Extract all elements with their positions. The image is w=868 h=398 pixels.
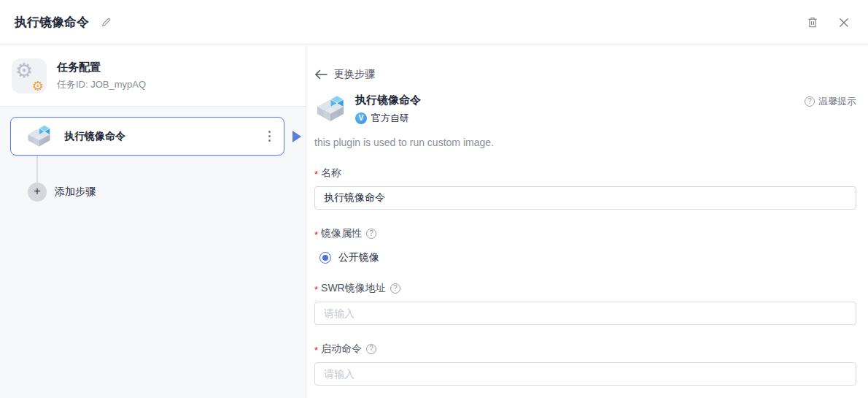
add-step-label: 添加步骤	[55, 185, 96, 199]
tips-label: 温馨提示	[818, 95, 856, 108]
plugin-description: this plugin is used to run custom image.	[314, 137, 856, 148]
required-mark: *	[314, 345, 318, 356]
help-icon[interactable]: ?	[390, 283, 400, 294]
help-icon: ?	[805, 96, 815, 107]
edit-title-icon[interactable]	[98, 15, 114, 30]
add-step-button[interactable]: + 添加步骤	[28, 183, 96, 202]
verified-badge-icon: V	[355, 112, 367, 124]
step-connector-line	[36, 156, 38, 183]
change-step-label: 更换步骤	[334, 68, 375, 81]
field-swr-address-label: * SWR镜像地址 ?	[314, 282, 856, 295]
task-id: 任务ID: JOB_mypAQ	[57, 78, 146, 91]
task-card-text: 任务配置 任务ID: JOB_mypAQ	[57, 61, 146, 91]
vendor-label: 官方自研	[371, 112, 409, 125]
pipeline-canvas: 执行镜像命令 + 添加步骤	[0, 107, 306, 398]
step-card[interactable]: 执行镜像命令	[10, 117, 284, 156]
step-pointer-icon[interactable]	[292, 131, 301, 142]
delete-icon[interactable]	[805, 15, 820, 30]
plugin-name: 执行镜像命令	[355, 93, 421, 107]
field-start-command: * 启动命令 ?	[314, 342, 856, 386]
name-input[interactable]	[314, 186, 856, 210]
gears-icon: ⚙ ⚙	[12, 58, 47, 93]
start-command-input[interactable]	[314, 362, 856, 386]
help-icon[interactable]: ?	[366, 344, 376, 354]
step-menu-icon[interactable]	[264, 126, 275, 146]
public-image-radio[interactable]: 公开镜像	[319, 251, 379, 264]
step-card-label: 执行镜像命令	[64, 130, 125, 143]
field-image-property-label: * 镜像属性 ?	[314, 227, 856, 240]
radio-icon[interactable]	[319, 252, 331, 264]
required-mark: *	[314, 169, 318, 180]
field-start-command-label: * 启动命令 ?	[314, 342, 856, 356]
gear-icon: ⚙	[15, 59, 33, 82]
main-area: ⚙ ⚙ 任务配置 任务ID: JOB_mypAQ	[0, 45, 868, 398]
header-actions	[805, 15, 850, 30]
tips-link[interactable]: ? 温馨提示	[805, 93, 856, 108]
task-editor-window: 执行镜像命令 ⚙	[0, 0, 868, 398]
change-step-button[interactable]: 更换步骤	[314, 68, 375, 81]
step-detail-panel: 更换步骤 执行镜像命令 V 官方自研	[306, 45, 868, 398]
cubes-plugin-icon	[314, 93, 346, 124]
plugin-header: 执行镜像命令 V 官方自研 ? 温馨提示	[314, 93, 856, 125]
task-config-title: 任务配置	[57, 61, 146, 74]
step-row: 执行镜像命令	[10, 117, 284, 156]
gear-icon-small: ⚙	[32, 78, 44, 93]
pipeline-sidebar: ⚙ ⚙ 任务配置 任务ID: JOB_mypAQ	[0, 45, 306, 398]
page-title: 执行镜像命令	[15, 14, 89, 31]
help-icon[interactable]: ?	[366, 229, 376, 239]
plugin-meta: 执行镜像命令 V 官方自研	[355, 93, 421, 125]
field-name: * 名称	[314, 167, 856, 210]
step-config-form: * 名称 * 镜像属性 ? 公开镜像	[314, 167, 856, 386]
task-config-card[interactable]: ⚙ ⚙ 任务配置 任务ID: JOB_mypAQ	[0, 45, 306, 107]
back-arrow-icon	[314, 69, 328, 80]
header: 执行镜像命令	[0, 0, 868, 45]
cubes-plugin-icon	[26, 123, 53, 149]
field-image-property: * 镜像属性 ? 公开镜像	[314, 227, 856, 264]
vendor-row: V 官方自研	[355, 112, 421, 125]
required-mark: *	[314, 284, 318, 295]
radio-label: 公开镜像	[338, 251, 379, 264]
field-name-label: * 名称	[314, 167, 856, 180]
field-swr-address: * SWR镜像地址 ?	[314, 282, 856, 325]
swr-address-input[interactable]	[314, 302, 856, 325]
plus-icon: +	[28, 183, 47, 202]
close-icon[interactable]	[837, 16, 850, 29]
required-mark: *	[314, 229, 318, 240]
